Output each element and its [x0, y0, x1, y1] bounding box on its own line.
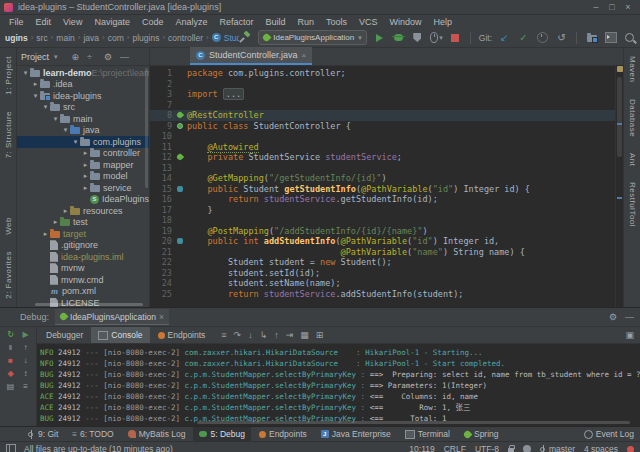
- tree-item-target[interactable]: ▸target: [17, 228, 149, 240]
- tree-expand-arrow-icon[interactable]: ▾: [61, 126, 70, 134]
- menu-analyze[interactable]: Analyze: [169, 17, 213, 27]
- tree-expand-arrow-icon[interactable]: ▸: [31, 80, 40, 88]
- menu-edit[interactable]: Edit: [30, 17, 58, 27]
- close-session-icon[interactable]: ×: [159, 312, 164, 322]
- spring-gutter-icon[interactable]: [175, 110, 187, 121]
- line-number[interactable]: 19: [150, 226, 175, 237]
- locate-file-icon[interactable]: ⊕: [72, 52, 80, 62]
- layout-settings-icon[interactable]: ⊞: [316, 330, 324, 340]
- debug-settings-gear-icon[interactable]: ⚙: [609, 312, 617, 322]
- toolwindow-button-favorites[interactable]: 2: Favorites: [4, 251, 13, 299]
- project-view-select[interactable]: Project: [21, 52, 49, 62]
- scroll-to-end-icon[interactable]: ≡: [20, 381, 31, 391]
- line-number[interactable]: 23: [150, 268, 175, 279]
- line-number[interactable]: 1: [150, 68, 175, 79]
- pause-icon[interactable]: ‖: [5, 342, 16, 352]
- console-horizontal-scrollbar[interactable]: [197, 421, 630, 424]
- line-number[interactable]: 16: [150, 194, 175, 205]
- step-over-icon[interactable]: ↷: [234, 330, 242, 340]
- console-output[interactable]: NFO 24912 --- [nio-8080-exec-2] com.zaxx…: [37, 344, 640, 426]
- toolwindow-button-web[interactable]: Web: [4, 217, 13, 235]
- toolwindow-button-9-git[interactable]: 9: Git: [22, 427, 64, 441]
- menu-view[interactable]: View: [57, 17, 88, 27]
- close-button[interactable]: ×: [620, 2, 636, 12]
- menu-tools[interactable]: Tools: [320, 17, 353, 27]
- line-number[interactable]: 18: [150, 215, 175, 226]
- encoding-indicator[interactable]: UTF-8: [475, 444, 499, 452]
- menu-navigate[interactable]: Navigate: [88, 17, 136, 27]
- project-tree-vertical-scrollbar[interactable]: [145, 68, 148, 188]
- toolwindow-button-java-enterprise[interactable]: JJava Enterprise: [315, 427, 397, 441]
- tree-item-java[interactable]: ▾java: [17, 125, 149, 137]
- line-number[interactable]: 25: [150, 289, 175, 300]
- notification-icon[interactable]: [627, 446, 634, 452]
- toolwindow-button-database[interactable]: Database: [628, 99, 637, 137]
- inspections-indicator[interactable]: [617, 66, 623, 72]
- history-icon[interactable]: [536, 31, 549, 44]
- mute-breakpoints-icon[interactable]: ◆: [5, 368, 16, 378]
- debug-button[interactable]: [392, 31, 405, 44]
- toolwindow-button-project[interactable]: 1: Project: [4, 56, 13, 95]
- tree-item-com-plugins[interactable]: ▾com.plugins: [17, 136, 149, 148]
- toolwindow-button-5-debug[interactable]: 5: Debug: [193, 427, 251, 441]
- tree-expand-arrow-icon[interactable]: ▸: [81, 172, 90, 180]
- git-update-icon[interactable]: ↙: [498, 31, 511, 44]
- line-ending-indicator[interactable]: CRLF: [444, 444, 466, 452]
- tree-expand-arrow-icon[interactable]: ▸: [81, 149, 90, 157]
- search-everywhere-icon[interactable]: [623, 31, 636, 44]
- toolwindow-button-restfultool[interactable]: RestfulTool: [628, 182, 637, 227]
- git-commit-icon[interactable]: ✓: [517, 31, 530, 44]
- line-number[interactable]: 3: [150, 89, 175, 100]
- terminal-toolbar-icon[interactable]: [604, 31, 617, 44]
- line-number[interactable]: 10: [150, 131, 175, 142]
- breadcrumb-item[interactable]: controller: [167, 33, 204, 43]
- restore-layout-icon[interactable]: ▣: [625, 330, 634, 340]
- tree-expand-arrow-icon[interactable]: ▾: [51, 115, 60, 123]
- gear-icon[interactable]: ⚙: [104, 52, 112, 62]
- tree-expand-arrow-icon[interactable]: ▾: [41, 103, 50, 111]
- line-number[interactable]: 8: [150, 110, 175, 121]
- tree-expand-arrow-icon[interactable]: ▾: [71, 138, 80, 146]
- tree-expand-arrow-icon[interactable]: ▸: [81, 161, 90, 169]
- show-execution-point-icon[interactable]: ≡: [221, 330, 226, 340]
- tree-item-src[interactable]: ▾src: [17, 102, 149, 114]
- menu-refactor[interactable]: Refactor: [213, 17, 259, 27]
- line-number[interactable]: 14: [150, 173, 175, 184]
- stop-button[interactable]: [449, 31, 462, 44]
- toolwindow-button-structure[interactable]: 7: Structure: [4, 111, 13, 158]
- tree-item-idea-plugins-iml[interactable]: idea-plugins.iml: [17, 251, 149, 263]
- highlighting-level-icon[interactable]: [523, 445, 531, 452]
- menu-help[interactable]: Help: [428, 17, 459, 27]
- line-number[interactable]: 15: [150, 184, 175, 195]
- menu-vcs[interactable]: VCS: [353, 17, 384, 27]
- print-icon[interactable]: ▤: [5, 381, 16, 391]
- run-to-cursor-icon[interactable]: ⇥: [286, 330, 294, 340]
- coverage-button[interactable]: [411, 31, 424, 44]
- tree-expand-arrow-icon[interactable]: ▸: [81, 184, 90, 192]
- toolwindow-quick-access-icon[interactable]: [6, 444, 16, 452]
- tree-expand-arrow-icon[interactable]: ▸: [61, 207, 70, 215]
- bean-gutter-icon[interactable]: [175, 121, 187, 132]
- line-number[interactable]: 11: [150, 142, 175, 153]
- line-number[interactable]: 12: [150, 152, 175, 163]
- minimize-button[interactable]: –: [588, 2, 604, 12]
- tree-expand-arrow-icon[interactable]: ▸: [51, 218, 60, 226]
- step-out-icon[interactable]: ↑: [274, 330, 279, 340]
- toolwindow-button-spring[interactable]: Spring: [458, 427, 505, 441]
- tree-item-ideapluginsap[interactable]: SIdeaPluginsAp: [17, 194, 149, 206]
- editor-scrollbar-thumb[interactable]: [617, 77, 622, 157]
- breadcrumb-item[interactable]: com: [107, 33, 125, 43]
- toolwindow-button-mybatis-log[interactable]: MyBatis Log: [122, 427, 192, 441]
- editor-scrollbar[interactable]: [615, 65, 623, 307]
- soft-wrap-icon[interactable]: ↕: [20, 368, 31, 378]
- line-number[interactable]: 21: [150, 247, 175, 258]
- tree-item-mapper[interactable]: ▸mapper: [17, 159, 149, 171]
- tree-expand-arrow-icon[interactable]: ▾: [21, 69, 30, 77]
- toolwindow-button-terminal[interactable]: Terminal: [399, 427, 456, 441]
- tree-item-model[interactable]: ▸model: [17, 171, 149, 183]
- breadcrumb-item[interactable]: src: [35, 33, 48, 43]
- menu-code[interactable]: Code: [136, 17, 170, 27]
- tree-expand-arrow-icon[interactable]: ▸: [41, 230, 50, 238]
- breadcrumb-item[interactable]: plugins: [131, 33, 160, 43]
- toolwindow-button-eventlog[interactable]: Event Log: [596, 429, 634, 439]
